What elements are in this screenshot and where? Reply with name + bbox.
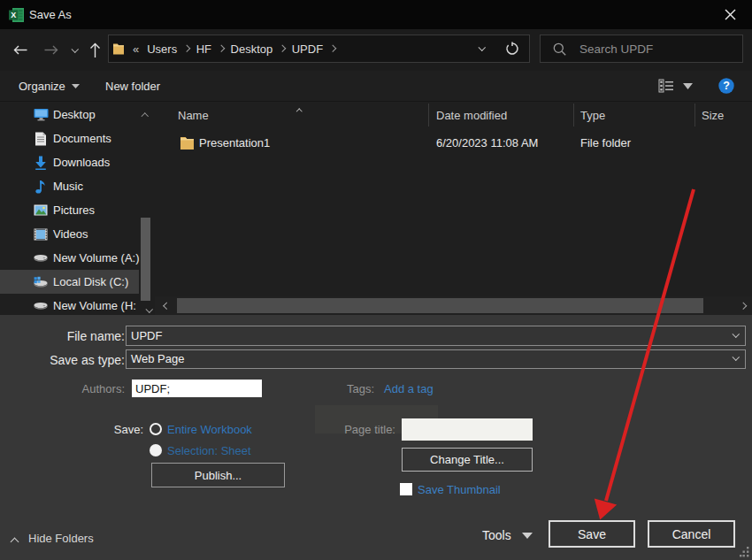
folder-icon [112,42,125,56]
tools-chevron-icon[interactable] [522,533,533,539]
navigation-pane: Desktop Documents [0,102,155,315]
file-date-modified: 6/20/2023 11:08 AM [436,131,538,156]
breadcrumb-separator-icon[interactable] [177,46,196,51]
chevron-right-icon [279,45,286,52]
chevron-up-icon [11,538,19,547]
sidebar-scrollbar-thumb[interactable] [141,218,150,301]
sidebar-item-downloads[interactable]: Downloads [0,150,139,174]
sidebar-item-local-disk-c[interactable]: Local Disk (C:) [0,270,139,294]
sidebar-item-videos[interactable]: Videos [0,222,139,246]
breadcrumb-item-updf[interactable]: UPDF [292,42,323,56]
downloads-icon [33,155,49,170]
breadcrumb-separator-icon[interactable] [272,46,292,51]
drive-icon [33,250,49,265]
chevron-down-icon [478,44,485,51]
refresh-button[interactable] [505,42,519,56]
radio-entire-workbook-label[interactable]: Entire Workbook [167,423,252,436]
scroll-right-icon[interactable] [734,296,752,315]
save-options-label: Save: [114,423,143,436]
help-icon: ? [718,78,734,94]
view-mode-dropdown[interactable] [683,71,693,101]
page-title-input[interactable] [402,418,533,441]
svg-text:X: X [11,11,16,19]
sidebar-item-music[interactable]: Music [0,174,139,198]
change-title-button[interactable]: Change Title... [402,448,533,472]
hide-folders-button[interactable]: Hide Folders [28,532,94,545]
desktop-icon [33,107,49,122]
breadcrumb-item-hf[interactable]: HF [196,42,211,56]
radio-selection-sheet[interactable] [150,444,162,456]
save-thumbnail-checkbox[interactable] [400,483,412,495]
address-bar[interactable]: « Users HF Desktop UPDF [108,35,530,63]
sidebar-item-documents[interactable]: Documents [0,127,139,150]
save-thumbnail-label[interactable]: Save Thumbnail [418,483,501,496]
radio-entire-workbook[interactable] [150,423,162,435]
new-folder-button[interactable]: New folder [105,71,160,101]
sidebar-scroll-down-icon[interactable] [147,302,152,315]
column-separator [428,104,429,127]
save-button[interactable]: Save [549,520,635,548]
column-header-name[interactable]: Name [178,104,209,127]
authors-label: Authors: [82,382,125,395]
sidebar-item-new-volume-a[interactable]: New Volume (A:) [0,246,139,270]
sidebar-item-label: Music [53,180,83,193]
sidebar-scroll-up-icon[interactable] [142,108,148,121]
sidebar-item-pictures[interactable]: Pictures [0,198,139,222]
sidebar-item-new-volume-h[interactable]: New Volume (H: [0,294,139,315]
organize-menu[interactable]: Organize [19,71,80,101]
system-drive-icon [33,274,49,289]
column-header-date-modified[interactable]: Date modified [436,104,507,127]
forward-button[interactable] [42,29,61,71]
new-folder-label: New folder [105,80,160,93]
title-bar: X Save As [0,0,752,29]
file-name: Presentation1 [199,131,270,156]
help-button[interactable]: ? [718,71,734,101]
radio-selection-sheet-label[interactable]: Selection: Sheet [167,444,251,457]
breadcrumb-item-users[interactable]: Users [147,42,177,56]
chevron-right-icon [183,45,190,52]
cancel-button[interactable]: Cancel [648,520,735,548]
command-bar: Organize New folder ? [0,71,752,102]
column-separator [694,104,695,127]
scroll-left-icon[interactable] [158,296,176,315]
save-as-type-combo[interactable]: Web Page [126,349,746,369]
horizontal-scrollbar[interactable] [155,296,752,315]
chevron-right-icon [740,303,747,310]
column-header-type[interactable]: Type [580,104,605,127]
address-dropdown-button[interactable] [480,46,485,51]
up-button[interactable] [87,29,103,71]
search-input[interactable] [579,42,730,56]
chevron-down-icon [683,83,693,89]
breadcrumb-item-desktop[interactable]: Desktop [231,42,273,56]
publish-button[interactable]: Publish... [151,463,285,487]
add-a-tag-link[interactable]: Add a tag [384,382,434,395]
tools-dropdown[interactable]: Tools [482,528,511,542]
breadcrumb-separator-icon[interactable] [211,46,231,51]
page-title-label: Page title: [344,423,395,436]
resize-grip[interactable] [740,547,750,557]
authors-input[interactable] [132,380,262,397]
file-name-combo[interactable]: UPDF [126,326,746,346]
close-button[interactable] [714,0,746,28]
documents-icon [33,131,49,146]
column-separator [573,104,574,127]
breadcrumb-separator-icon[interactable] [323,46,342,51]
sidebar-item-desktop[interactable]: Desktop [0,103,139,127]
horizontal-scrollbar-thumb[interactable] [177,298,703,313]
column-header-size[interactable]: Size [702,104,724,127]
organize-label: Organize [19,80,65,93]
form-area: File name: UPDF Save as type: Web Page A… [0,315,752,560]
back-arrow-icon [13,45,27,55]
excel-icon: X [9,8,25,22]
sidebar-item-label: Downloads [53,156,110,169]
search-box[interactable] [540,35,743,63]
breadcrumb-overflow[interactable]: « [133,42,139,56]
file-row-presentation1[interactable]: Presentation1 6/20/2023 11:08 AM File fo… [155,131,752,156]
chevron-down-icon [72,45,79,52]
details-view-icon [658,79,674,93]
file-type: File folder [580,131,631,156]
recent-locations-button[interactable] [68,29,82,71]
back-button[interactable] [11,29,30,71]
view-mode-button[interactable] [658,71,674,101]
sidebar-item-label: Desktop [53,108,96,121]
